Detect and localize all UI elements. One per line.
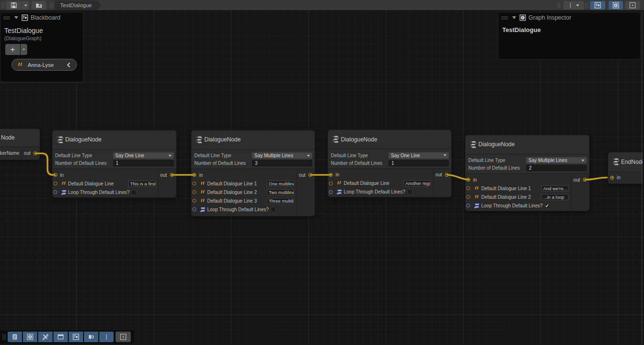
node-title[interactable]: DialogueNode (465, 135, 589, 154)
property-row: Number of Default Lines 2 (468, 165, 587, 171)
port-dialogue-line[interactable] (53, 182, 57, 185)
toolbar-drag-handle[interactable] (558, 2, 560, 8)
port-out[interactable] (445, 173, 449, 177)
chevron-left-icon[interactable] (66, 62, 71, 68)
loop-checkbox[interactable]: ✓ (545, 203, 550, 208)
foldout-arrow-icon[interactable] (14, 16, 18, 19)
node-end[interactable]: EndNode in (608, 152, 643, 184)
inspector-header[interactable]: Graph Inspector (498, 12, 640, 23)
port-dialogue-line[interactable] (192, 199, 196, 203)
loop-checkbox[interactable] (131, 190, 137, 195)
property-row: Number of Default Lines 1 (331, 160, 449, 166)
dialogue-line-field[interactable]: And we're... (541, 185, 569, 192)
inspector-toggle-button[interactable] (23, 332, 37, 342)
port-label: in (60, 172, 64, 178)
quote-icon (17, 62, 23, 68)
port-out[interactable] (170, 173, 174, 177)
port-out[interactable] (583, 178, 587, 182)
port-out[interactable] (308, 173, 312, 177)
window-toggle-button[interactable] (53, 332, 68, 342)
graph-inspector-panel[interactable]: Graph Inspector TestDialogue (498, 12, 641, 60)
node-title[interactable]: Node (0, 129, 40, 147)
add-property-dropdown[interactable] (21, 44, 27, 55)
node-title[interactable]: DialogueNode (328, 130, 451, 149)
blackboard-toggle-button[interactable] (590, 1, 605, 10)
line-type-dropdown[interactable]: Say Multiple Lines (526, 157, 587, 163)
minimap-toggle-button[interactable] (625, 1, 640, 10)
console-toggle-button[interactable] (8, 332, 22, 342)
dialogue-line-field[interactable]: ...in a loop (541, 194, 569, 200)
tools-toggle-button[interactable] (38, 332, 53, 342)
port-loop[interactable] (466, 204, 470, 207)
port-in[interactable] (192, 173, 196, 177)
toolbar-drag-handle[interactable] (2, 2, 4, 8)
toolbar-drag-handle[interactable] (585, 2, 588, 8)
dialogue-line-field[interactable]: One multiline (267, 181, 294, 187)
port-label: in (473, 177, 477, 183)
inspector-toggle-button[interactable] (609, 1, 623, 10)
port-dialogue-line[interactable] (466, 195, 470, 199)
port-in[interactable] (53, 173, 57, 177)
port-loop[interactable] (192, 207, 196, 211)
port-in[interactable] (466, 178, 470, 182)
dialogue-line-field[interactable]: This is a first (128, 181, 156, 187)
port-dialogue-line[interactable] (329, 182, 333, 185)
toolbar-drag-handle[interactable] (3, 334, 5, 340)
port-dialogue-line[interactable] (192, 190, 196, 194)
line-type-dropdown[interactable]: Say One Line (113, 152, 174, 159)
line-type-dropdown[interactable]: Say One Line (389, 152, 449, 159)
port-out[interactable] (33, 151, 37, 155)
dialogue-line-field[interactable]: Two multiline (267, 189, 294, 195)
more-options-button[interactable] (99, 332, 114, 342)
port-dialogue-line[interactable] (192, 182, 196, 185)
quote-icon (337, 181, 342, 186)
open-asset-button[interactable] (32, 1, 46, 10)
quote-icon (474, 186, 479, 191)
port-dialogue-line[interactable] (466, 186, 470, 190)
count-field[interactable]: 3 (252, 160, 312, 166)
node-dialogue-1[interactable]: DialogueNode Default Line Type Say One L… (52, 130, 177, 198)
loop-checkbox[interactable] (407, 189, 412, 194)
panel-title: Blackboard (31, 14, 61, 21)
toolbar-drag-handle[interactable] (51, 2, 53, 8)
node-dialogue-4[interactable]: DialogueNode Default Line Type Say Multi… (465, 135, 590, 211)
save-icon (11, 2, 17, 9)
count-field[interactable]: 1 (389, 160, 449, 166)
dialogue-line-field[interactable]: Another regu (403, 180, 431, 186)
node-title[interactable]: EndNode (608, 152, 643, 172)
save-dropdown-button[interactable] (22, 1, 29, 10)
blackboard-header[interactable]: Blackboard (0, 12, 83, 23)
blackboard-toggle-button[interactable] (69, 332, 83, 342)
node-title[interactable]: DialogueNode (53, 130, 176, 149)
line-type-dropdown[interactable]: Say Multiple Lines (252, 152, 312, 159)
port-in[interactable] (329, 173, 333, 177)
node-title[interactable]: DialogueNode (191, 130, 315, 149)
badge-toggle-button[interactable] (84, 332, 98, 342)
blackboard-panel[interactable]: Blackboard TestDialogue (DialogueGraph) … (0, 12, 84, 82)
blackboard-property-anna-lyse[interactable]: Anna-Lyse (11, 59, 77, 71)
node-start-partial[interactable]: Node kerName out (0, 129, 40, 160)
port-in[interactable] (610, 176, 614, 180)
foldout-arrow-icon[interactable] (512, 16, 516, 19)
node-dialogue-3[interactable]: DialogueNode Default Line Type Say One L… (327, 129, 452, 197)
minimap-toggle-button[interactable] (116, 332, 131, 342)
node-dialogue-2[interactable]: DialogueNode Default Line Type Say Multi… (191, 130, 315, 216)
quote-icon (61, 181, 66, 186)
port-row: Loop Through Default Lines? ✓ (466, 201, 571, 210)
count-field[interactable]: 2 (526, 165, 587, 171)
port-loop[interactable] (329, 190, 333, 194)
input-ports-column: kerName (0, 147, 21, 160)
port-loop[interactable] (53, 190, 57, 194)
dialogue-line-field[interactable]: Three multili (267, 198, 294, 204)
options-menu-button[interactable] (563, 1, 584, 10)
drag-handle-icon (501, 17, 508, 19)
add-property-button[interactable]: + (5, 44, 20, 55)
loop-checkbox[interactable] (271, 207, 276, 212)
save-button[interactable] (6, 1, 21, 10)
chevron-down-icon (169, 155, 171, 157)
port-label: Loop Through Default Lines? (481, 203, 543, 208)
port-label: Default Dialogue Line 1 (481, 186, 531, 191)
tab-testdialogue[interactable]: TestDialogue (55, 0, 102, 10)
count-field[interactable]: 1 (113, 160, 174, 166)
port-row-out: out (433, 171, 449, 179)
